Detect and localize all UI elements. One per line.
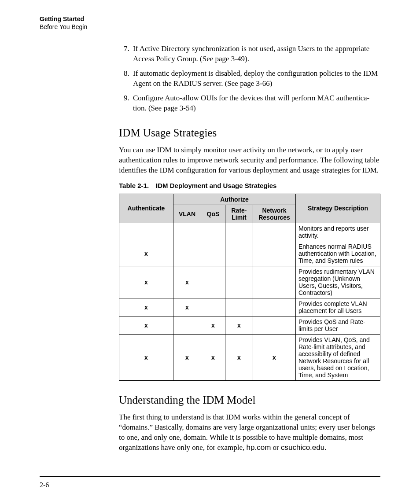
cell-desc: Monitors and reports user activity.	[296, 223, 380, 241]
cell-net	[253, 223, 296, 241]
cell-net	[253, 266, 296, 298]
cell-rate	[225, 241, 253, 266]
cell-auth: x	[119, 316, 173, 334]
cell-vlan	[173, 223, 201, 241]
cell-rate	[225, 223, 253, 241]
cell-desc: Provides QoS and Rate-limits per User	[296, 316, 380, 334]
cell-auth: x	[119, 298, 173, 316]
cell-qos	[201, 266, 225, 298]
cell-auth	[119, 223, 173, 241]
col-qos: QoS	[201, 205, 225, 223]
running-header: Getting Started Before You Begin	[40, 15, 380, 31]
step-item: If automatic deployment is disabled, dep…	[131, 69, 380, 89]
cell-qos	[201, 298, 225, 316]
cell-net	[253, 241, 296, 266]
table-row: Monitors and reports user activity.	[119, 223, 380, 241]
step-item: If Active Directory synchronization is n…	[131, 44, 380, 64]
numbered-steps: If Active Directory synchronization is n…	[119, 44, 380, 114]
cell-vlan: x	[173, 298, 201, 316]
col-authenticate: Authenticate	[119, 194, 173, 223]
footer-rule	[40, 476, 380, 477]
table-title: IDM Deployment and Usage Strategies	[156, 182, 276, 189]
col-vlan: VLAN	[173, 205, 201, 223]
table-row: x x x x x Provides VLAN, QoS, and Rate-l…	[119, 334, 380, 380]
step-item: Configure Auto-allow OUIs for the device…	[131, 93, 380, 114]
cell-vlan	[173, 241, 201, 266]
section-heading-usage: IDM Usage Strategies	[119, 127, 380, 139]
cell-net: x	[253, 334, 296, 380]
section-heading-model: Understanding the IDM Model	[119, 394, 380, 406]
domain-example: csuchico.edu	[281, 443, 324, 452]
col-network: Network Resources	[253, 205, 296, 223]
para-suffix: .	[324, 443, 326, 452]
cell-rate: x	[225, 316, 253, 334]
domain-example: hp.com	[247, 443, 271, 452]
cell-qos	[201, 241, 225, 266]
cell-desc: Enhances normal RADIUS authentication wi…	[296, 241, 380, 266]
col-rate: Rate-Limit	[225, 205, 253, 223]
cell-rate	[225, 266, 253, 298]
table-caption: Table 2-1.IDM Deployment and Usage Strat…	[119, 182, 380, 189]
cell-rate: x	[225, 334, 253, 380]
table-number: Table 2-1.	[119, 182, 149, 189]
main-content: If Active Directory synchronization is n…	[119, 44, 380, 452]
section-intro: You can use IDM to simply monitor user a…	[119, 145, 380, 176]
col-description: Strategy Description	[296, 194, 380, 223]
cell-vlan: x	[173, 266, 201, 298]
col-authorize: Authorize	[173, 194, 296, 205]
cell-vlan: x	[173, 334, 201, 380]
cell-auth: x	[119, 334, 173, 380]
table-row: x x Provides complete VLAN placement for…	[119, 298, 380, 316]
model-paragraph: The first thing to understand is that ID…	[119, 412, 380, 453]
page: Getting Started Before You Begin If Acti…	[0, 0, 420, 504]
cell-desc: Provides VLAN, QoS, and Rate-limit attri…	[296, 334, 380, 380]
cell-qos: x	[201, 334, 225, 380]
cell-vlan	[173, 316, 201, 334]
table-row: x x Provides rudimentary VLAN segregatio…	[119, 266, 380, 298]
cell-auth: x	[119, 241, 173, 266]
cell-net	[253, 316, 296, 334]
cell-qos	[201, 223, 225, 241]
cell-net	[253, 298, 296, 316]
page-number: 2-6	[40, 481, 380, 489]
strategies-table: Authenticate Authorize Strategy Descript…	[119, 194, 380, 381]
cell-rate	[225, 298, 253, 316]
cell-desc: Provides rudimentary VLAN segregation (U…	[296, 266, 380, 298]
cell-desc: Provides complete VLAN placement for all…	[296, 298, 380, 316]
page-footer: 2-6	[40, 476, 380, 489]
table-row: x x x Provides QoS and Rate-limits per U…	[119, 316, 380, 334]
section-title: Before You Begin	[40, 23, 380, 31]
table-row: x Enhances normal RADIUS authentication …	[119, 241, 380, 266]
cell-qos: x	[201, 316, 225, 334]
cell-auth: x	[119, 266, 173, 298]
para-joiner: or	[271, 443, 281, 452]
chapter-title: Getting Started	[40, 15, 380, 23]
